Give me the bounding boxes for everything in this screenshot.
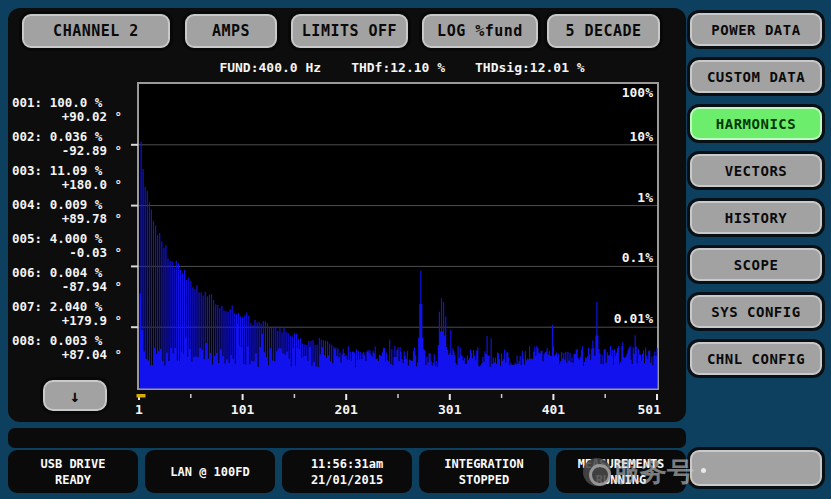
units-amps-button[interactable]: AMPS: [185, 14, 277, 48]
limits-toggle-button[interactable]: LIMITS OFF: [291, 14, 408, 48]
harmonics-plot: 100%10%1%0.1%0.01%1101201301401501: [131, 80, 665, 414]
harmonic-entry: 002: 0.036 % -92.89 °: [12, 130, 138, 158]
status-usb: USB DRIVEREADY: [8, 450, 138, 493]
svg-text:100%: 100%: [622, 85, 653, 100]
menu-vectors-button[interactable]: VECTORS: [690, 154, 822, 187]
status-datetime: 11:56:31am21/01/2015: [282, 450, 412, 493]
status-integration: INTEGRATIONSTOPPED: [419, 450, 549, 493]
status-lan: LAN @ 100FD: [145, 450, 275, 493]
thdsig-value: THDsig:12.01 %: [475, 60, 585, 78]
watermark-dot: [701, 468, 706, 473]
harmonic-entry: 006: 0.004 % -87.94 °: [12, 266, 138, 294]
channel-select-button[interactable]: CHANNEL 2: [22, 14, 170, 48]
menu-harmonics-button[interactable]: HARMONICS: [690, 107, 822, 140]
right-menu: POWER DATA CUSTOM DATA HARMONICS VECTORS…: [690, 13, 822, 375]
scroll-down-button[interactable]: ↓: [43, 380, 107, 411]
harmonics-spectrum-chart: 100%10%1%0.1%0.01%1101201301401501: [131, 80, 665, 414]
menu-history-button[interactable]: HISTORY: [690, 201, 822, 234]
measurement-summary-row: FUND:400.0 Hz THDf:12.10 % THDsig:12.01 …: [137, 60, 667, 78]
harmonic-entry: 007: 2.040 % +179.9 °: [12, 300, 138, 328]
svg-text:401: 401: [542, 402, 566, 414]
menu-chnl-config-button[interactable]: CHNL CONFIG: [690, 342, 822, 375]
harmonic-entry: 003: 11.09 % +180.0 °: [12, 164, 138, 192]
down-arrow-icon: ↓: [70, 386, 81, 406]
svg-text:101: 101: [231, 402, 255, 414]
fundamental-frequency-value: FUND:400.0 Hz: [219, 60, 321, 78]
harmonic-entry: 005: 4.000 % -0.03 °: [12, 232, 138, 260]
svg-text:1: 1: [135, 402, 143, 414]
svg-text:10%: 10%: [630, 129, 654, 144]
svg-text:301: 301: [438, 402, 462, 414]
menu-custom-data-button[interactable]: CUSTOM DATA: [690, 60, 822, 93]
status-measurements: MEASUREMENTSRUNNING: [556, 450, 686, 493]
main-display-panel: CHANNEL 2 AMPS LIMITS OFF LOG %fund 5 DE…: [8, 8, 686, 422]
svg-text:201: 201: [334, 402, 358, 414]
menu-sys-config-button[interactable]: SYS CONFIG: [690, 295, 822, 328]
bottom-right-blank-button[interactable]: [690, 450, 822, 486]
thdf-value: THDf:12.10 %: [351, 60, 445, 78]
harmonic-entry: 004: 0.009 % +89.78 °: [12, 198, 138, 226]
svg-text:0.01%: 0.01%: [614, 311, 653, 326]
decade-range-button[interactable]: 5 DECADE: [547, 14, 660, 48]
harmonic-entry: 008: 0.003 % +87.04 °: [12, 334, 138, 362]
svg-text:1%: 1%: [637, 190, 653, 205]
svg-text:0.1%: 0.1%: [622, 250, 653, 265]
harmonic-readout-list: 001: 100.0 % +90.02 ° 002: 0.036 % -92.8…: [12, 96, 138, 368]
message-bar: [8, 428, 686, 448]
svg-text:501: 501: [638, 402, 662, 414]
menu-scope-button[interactable]: SCOPE: [690, 248, 822, 281]
harmonic-entry: 001: 100.0 % +90.02 °: [12, 96, 138, 124]
scale-mode-button[interactable]: LOG %fund: [422, 14, 538, 48]
menu-power-data-button[interactable]: POWER DATA: [690, 13, 822, 46]
